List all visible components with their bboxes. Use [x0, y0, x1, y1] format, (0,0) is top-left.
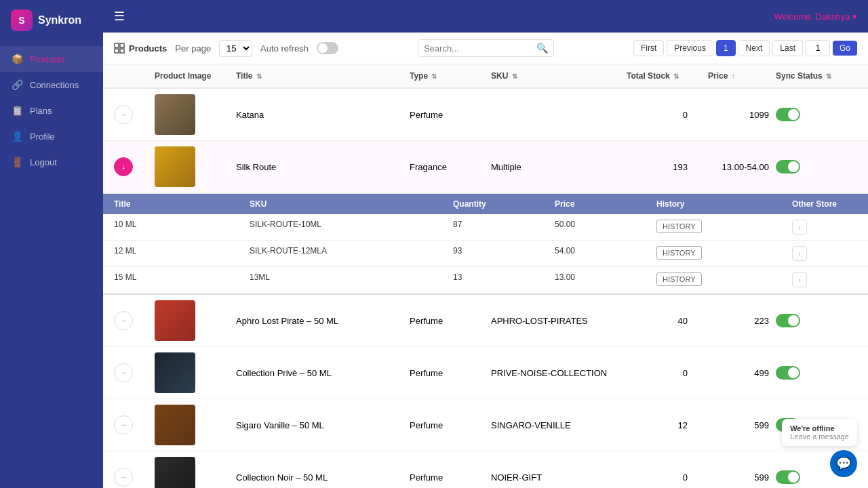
product-sync-toggle[interactable]: [776, 314, 857, 327]
welcome-text[interactable]: Welcome, Dakshya ▾: [774, 12, 857, 22]
chat-widget: We're offline Leave a message 💬: [782, 419, 857, 477]
product-sync-toggle[interactable]: [776, 108, 857, 121]
sub-history: HISTORY: [656, 246, 792, 261]
first-page-button[interactable]: First: [633, 40, 664, 56]
product-title: Silk Route: [236, 162, 410, 172]
per-page-select[interactable]: 15 25 50: [219, 40, 252, 57]
sub-sku: SILK-ROUTE-10ML: [250, 220, 453, 235]
sidebar-item-label-connections: Connections: [30, 80, 79, 90]
sub-col-other-store: Other Store: [792, 199, 857, 209]
products-label: Products: [129, 43, 167, 54]
topbar: ☰ Welcome, Dakshya ▾: [103, 0, 868, 33]
product-sync-toggle[interactable]: [776, 160, 857, 174]
product-stock: 0: [627, 472, 708, 483]
chat-bubble: We're offline Leave a message: [782, 419, 857, 446]
row-expand-button[interactable]: →: [114, 363, 133, 382]
row-expand-button[interactable]: →: [114, 415, 133, 434]
row-expand-button[interactable]: →: [114, 468, 133, 487]
row-expand-button[interactable]: →: [114, 105, 133, 124]
main-area: ☰ Welcome, Dakshya ▾ Products Per page 1…: [103, 0, 868, 488]
product-sync-toggle[interactable]: [776, 366, 857, 380]
table-row: → Aphro Lost Pirate – 50 ML Perfume APHR…: [103, 295, 868, 347]
sub-price: 54.00: [555, 246, 656, 261]
history-button[interactable]: HISTORY: [656, 272, 702, 286]
svg-rect-3: [120, 49, 124, 53]
sub-col-title: Title: [114, 199, 250, 209]
product-image-sigaro: [155, 405, 195, 445]
sub-col-price: Price: [555, 199, 656, 209]
table-header-row: Product Image Title ⇅ Type ⇅ SKU ⇅ Total…: [103, 64, 868, 89]
sub-table-row: 10 ML SILK-ROUTE-10ML 87 50.00 HISTORY ›: [103, 214, 868, 241]
sub-table-row: 12 ML SILK-ROUTE-12MLA 93 54.00 HISTORY …: [103, 241, 868, 267]
product-sku: NOIER-GIFT: [491, 472, 627, 483]
search-input[interactable]: [424, 43, 532, 54]
logo-icon: S: [11, 9, 33, 31]
product-stock: 40: [627, 316, 708, 326]
product-price: 223: [708, 316, 776, 326]
sidebar-item-plans[interactable]: 📋 Plans: [0, 98, 103, 123]
history-button[interactable]: HISTORY: [656, 246, 702, 260]
sidebar-item-logout[interactable]: 🚪 Logout: [0, 149, 103, 175]
product-type: Fragance: [410, 162, 491, 172]
other-store-arrow[interactable]: ›: [792, 246, 807, 261]
products-section-label: Products: [114, 43, 167, 54]
product-image-silk: [155, 146, 195, 187]
sub-title: 15 ML: [114, 272, 250, 287]
sub-quantity: 93: [453, 246, 555, 261]
page-jump-input[interactable]: [806, 40, 830, 56]
sidebar-item-products[interactable]: 📦 Products: [0, 46, 103, 72]
previous-page-button[interactable]: Previous: [667, 40, 713, 56]
sidebar-nav: 📦 Products 🔗 Connections 📋 Plans 👤 Profi…: [0, 41, 103, 488]
sub-col-quantity: Quantity: [453, 199, 555, 209]
product-sku: SINGARO-VENILLE: [491, 420, 627, 430]
history-button[interactable]: HISTORY: [656, 220, 702, 233]
product-type: Perfume: [410, 420, 491, 430]
go-button[interactable]: Go: [833, 41, 857, 56]
sidebar-item-label-profile: Profile: [30, 131, 55, 142]
sub-col-history: History: [656, 199, 792, 209]
sidebar-item-profile[interactable]: 👤 Profile: [0, 123, 103, 149]
sidebar-item-label-plans: Plans: [30, 106, 52, 116]
hamburger-button[interactable]: ☰: [114, 9, 125, 24]
last-page-button[interactable]: Last: [772, 40, 803, 56]
sub-title: 10 ML: [114, 220, 250, 235]
chat-button[interactable]: 💬: [830, 450, 857, 477]
product-sku: APHRO-LOST-PIRATES: [491, 316, 627, 326]
product-price: 599: [708, 472, 776, 483]
sub-col-sku: SKU: [250, 199, 453, 209]
product-stock: 12: [627, 420, 708, 430]
col-price: Price ↑: [708, 71, 776, 81]
col-sync-status: Sync Status ⇅: [776, 71, 857, 81]
row-expand-button[interactable]: →: [114, 311, 133, 330]
other-store-arrow[interactable]: ›: [792, 220, 807, 235]
product-price: 499: [708, 368, 776, 378]
col-type: Type ⇅: [410, 71, 491, 81]
table-row: → Collection Privè – 50 ML Perfume PRIVE…: [103, 347, 868, 399]
sub-title: 12 ML: [114, 246, 250, 261]
current-page-button[interactable]: 1: [716, 40, 736, 56]
product-image-aphro: [155, 300, 195, 341]
col-total-stock: Total Stock ⇅: [627, 71, 708, 81]
search-icon[interactable]: 🔍: [536, 43, 548, 54]
table-row: ↓ Silk Route Fragance Multiple 193 13.00…: [103, 141, 868, 193]
svg-rect-0: [115, 43, 119, 47]
content-area: Products Per page 15 25 50 Auto refresh …: [103, 33, 868, 488]
product-sku: PRIVE-NOISE-COLLECTION: [491, 368, 627, 378]
chat-subtitle: Leave a message: [790, 432, 849, 441]
sub-table: Title SKU Quantity Price History Other S…: [103, 193, 868, 295]
other-store-arrow[interactable]: ›: [792, 272, 807, 287]
col-title: Title ⇅: [236, 71, 410, 81]
col-product-image: Product Image: [155, 71, 236, 81]
chat-status: We're offline: [790, 424, 849, 432]
sidebar-item-label-products: Products: [30, 54, 64, 64]
search-box: 🔍: [418, 39, 554, 57]
logo: S Synkron: [0, 0, 103, 41]
per-page-label: Per page: [175, 43, 211, 54]
row-collapse-button[interactable]: ↓: [114, 157, 133, 176]
profile-icon: 👤: [11, 130, 23, 142]
sub-history: HISTORY: [656, 272, 792, 287]
sidebar-item-connections[interactable]: 🔗 Connections: [0, 72, 103, 98]
next-page-button[interactable]: Next: [738, 40, 770, 56]
auto-refresh-toggle[interactable]: [317, 42, 338, 54]
product-image-collection-noir: [155, 457, 195, 488]
